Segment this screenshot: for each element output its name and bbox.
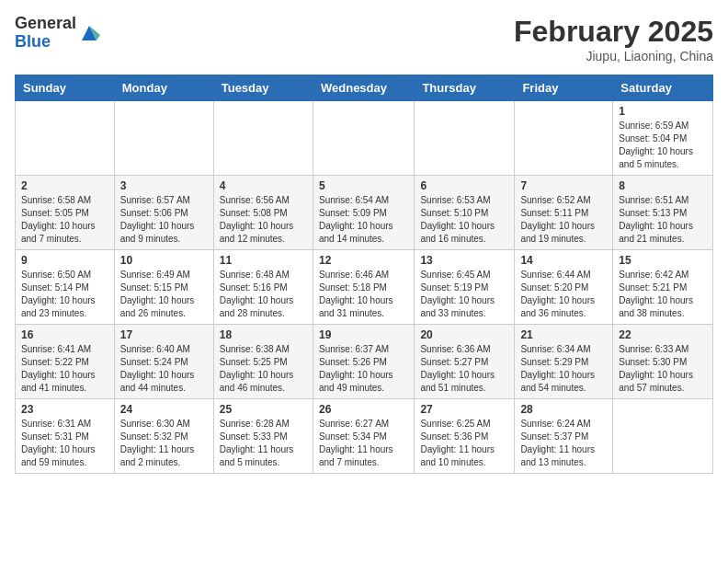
- calendar-cell: 7Sunrise: 6:52 AM Sunset: 5:11 PM Daylig…: [515, 176, 613, 250]
- calendar-cell: 16Sunrise: 6:41 AM Sunset: 5:22 PM Dayli…: [16, 325, 115, 399]
- day-number: 16: [21, 328, 108, 341]
- day-number: 18: [220, 328, 307, 341]
- logo: General Blue: [15, 15, 100, 52]
- calendar-cell: 2Sunrise: 6:58 AM Sunset: 5:05 PM Daylig…: [16, 176, 115, 250]
- calendar-cell: [213, 101, 313, 176]
- calendar-cell: 12Sunrise: 6:46 AM Sunset: 5:18 PM Dayli…: [313, 250, 414, 325]
- calendar-cell: [313, 101, 414, 176]
- day-info: Sunrise: 6:54 AM Sunset: 5:09 PM Dayligh…: [319, 194, 408, 246]
- day-info: Sunrise: 6:56 AM Sunset: 5:08 PM Dayligh…: [220, 194, 307, 246]
- day-number: 9: [21, 254, 108, 267]
- day-info: Sunrise: 6:31 AM Sunset: 5:31 PM Dayligh…: [21, 418, 108, 469]
- day-number: 13: [420, 254, 508, 267]
- calendar-cell: 14Sunrise: 6:44 AM Sunset: 5:20 PM Dayli…: [515, 250, 613, 325]
- day-number: 6: [420, 179, 508, 192]
- calendar-cell: 18Sunrise: 6:38 AM Sunset: 5:25 PM Dayli…: [213, 325, 313, 399]
- day-number: 1: [619, 105, 707, 118]
- day-info: Sunrise: 6:58 AM Sunset: 5:05 PM Dayligh…: [21, 194, 108, 246]
- day-info: Sunrise: 6:50 AM Sunset: 5:14 PM Dayligh…: [21, 269, 108, 320]
- calendar-cell: 13Sunrise: 6:45 AM Sunset: 5:19 PM Dayli…: [415, 250, 515, 325]
- calendar-cell: 10Sunrise: 6:49 AM Sunset: 5:15 PM Dayli…: [114, 250, 213, 325]
- day-number: 2: [21, 179, 108, 192]
- calendar-cell: 24Sunrise: 6:30 AM Sunset: 5:32 PM Dayli…: [114, 399, 213, 474]
- calendar-cell: 21Sunrise: 6:34 AM Sunset: 5:29 PM Dayli…: [515, 325, 613, 399]
- weekday-header-monday: Monday: [114, 75, 213, 101]
- day-info: Sunrise: 6:46 AM Sunset: 5:18 PM Dayligh…: [319, 269, 408, 320]
- day-info: Sunrise: 6:30 AM Sunset: 5:32 PM Dayligh…: [120, 418, 208, 469]
- calendar-cell: 22Sunrise: 6:33 AM Sunset: 5:30 PM Dayli…: [613, 325, 713, 399]
- title-block: February 2025 Jiupu, Liaoning, China: [514, 15, 713, 63]
- day-info: Sunrise: 6:53 AM Sunset: 5:10 PM Dayligh…: [420, 194, 508, 246]
- day-info: Sunrise: 6:59 AM Sunset: 5:04 PM Dayligh…: [619, 120, 707, 171]
- weekday-header-saturday: Saturday: [613, 75, 713, 101]
- calendar-cell: [114, 101, 213, 176]
- day-number: 5: [319, 179, 408, 192]
- calendar-cell: 20Sunrise: 6:36 AM Sunset: 5:27 PM Dayli…: [415, 325, 515, 399]
- weekday-header-sunday: Sunday: [16, 75, 115, 101]
- calendar-cell: 6Sunrise: 6:53 AM Sunset: 5:10 PM Daylig…: [415, 176, 515, 250]
- day-info: Sunrise: 6:37 AM Sunset: 5:26 PM Dayligh…: [319, 343, 408, 395]
- day-info: Sunrise: 6:34 AM Sunset: 5:29 PM Dayligh…: [520, 343, 607, 395]
- calendar-cell: 11Sunrise: 6:48 AM Sunset: 5:16 PM Dayli…: [213, 250, 313, 325]
- day-number: 25: [220, 403, 307, 416]
- day-number: 20: [420, 328, 508, 341]
- calendar-cell: 5Sunrise: 6:54 AM Sunset: 5:09 PM Daylig…: [313, 176, 414, 250]
- calendar-week-row: 16Sunrise: 6:41 AM Sunset: 5:22 PM Dayli…: [16, 325, 713, 399]
- day-number: 4: [220, 179, 307, 192]
- day-info: Sunrise: 6:42 AM Sunset: 5:21 PM Dayligh…: [619, 269, 707, 320]
- month-title: February 2025: [514, 15, 713, 49]
- day-number: 15: [619, 254, 707, 267]
- day-number: 22: [619, 328, 707, 341]
- weekday-header-tuesday: Tuesday: [213, 75, 313, 101]
- day-number: 23: [21, 403, 108, 416]
- page-header: General Blue February 2025 Jiupu, Liaoni…: [15, 15, 713, 63]
- logo-blue-text: Blue: [15, 33, 76, 52]
- day-number: 7: [520, 179, 607, 192]
- day-info: Sunrise: 6:25 AM Sunset: 5:36 PM Dayligh…: [420, 418, 508, 469]
- day-info: Sunrise: 6:41 AM Sunset: 5:22 PM Dayligh…: [21, 343, 108, 395]
- calendar-cell: 27Sunrise: 6:25 AM Sunset: 5:36 PM Dayli…: [415, 399, 515, 474]
- day-number: 8: [619, 179, 707, 192]
- location: Jiupu, Liaoning, China: [514, 49, 713, 63]
- logo-general-text: General: [15, 15, 76, 33]
- weekday-header-thursday: Thursday: [415, 75, 515, 101]
- day-info: Sunrise: 6:24 AM Sunset: 5:37 PM Dayligh…: [520, 418, 607, 469]
- calendar-cell: 8Sunrise: 6:51 AM Sunset: 5:13 PM Daylig…: [613, 176, 713, 250]
- day-info: Sunrise: 6:40 AM Sunset: 5:24 PM Dayligh…: [120, 343, 208, 395]
- calendar-cell: [415, 101, 515, 176]
- calendar-cell: 23Sunrise: 6:31 AM Sunset: 5:31 PM Dayli…: [16, 399, 115, 474]
- day-info: Sunrise: 6:45 AM Sunset: 5:19 PM Dayligh…: [420, 269, 508, 320]
- day-number: 19: [319, 328, 408, 341]
- day-info: Sunrise: 6:49 AM Sunset: 5:15 PM Dayligh…: [120, 269, 208, 320]
- calendar-cell: 15Sunrise: 6:42 AM Sunset: 5:21 PM Dayli…: [613, 250, 713, 325]
- calendar-cell: 28Sunrise: 6:24 AM Sunset: 5:37 PM Dayli…: [515, 399, 613, 474]
- day-info: Sunrise: 6:51 AM Sunset: 5:13 PM Dayligh…: [619, 194, 707, 246]
- day-info: Sunrise: 6:57 AM Sunset: 5:06 PM Dayligh…: [120, 194, 208, 246]
- weekday-header-row: SundayMondayTuesdayWednesdayThursdayFrid…: [16, 75, 713, 101]
- calendar-cell: 4Sunrise: 6:56 AM Sunset: 5:08 PM Daylig…: [213, 176, 313, 250]
- calendar-cell: 9Sunrise: 6:50 AM Sunset: 5:14 PM Daylig…: [16, 250, 115, 325]
- day-number: 14: [520, 254, 607, 267]
- day-number: 24: [120, 403, 208, 416]
- day-number: 12: [319, 254, 408, 267]
- day-info: Sunrise: 6:38 AM Sunset: 5:25 PM Dayligh…: [220, 343, 307, 395]
- weekday-header-friday: Friday: [515, 75, 613, 101]
- calendar-cell: 3Sunrise: 6:57 AM Sunset: 5:06 PM Daylig…: [114, 176, 213, 250]
- day-info: Sunrise: 6:48 AM Sunset: 5:16 PM Dayligh…: [220, 269, 307, 320]
- calendar-cell: 25Sunrise: 6:28 AM Sunset: 5:33 PM Dayli…: [213, 399, 313, 474]
- calendar-week-row: 9Sunrise: 6:50 AM Sunset: 5:14 PM Daylig…: [16, 250, 713, 325]
- day-number: 10: [120, 254, 208, 267]
- calendar-week-row: 1Sunrise: 6:59 AM Sunset: 5:04 PM Daylig…: [16, 101, 713, 176]
- day-number: 17: [120, 328, 208, 341]
- calendar-table: SundayMondayTuesdayWednesdayThursdayFrid…: [15, 75, 713, 474]
- day-number: 27: [420, 403, 508, 416]
- day-info: Sunrise: 6:27 AM Sunset: 5:34 PM Dayligh…: [319, 418, 408, 469]
- calendar-cell: [613, 399, 713, 474]
- calendar-cell: 1Sunrise: 6:59 AM Sunset: 5:04 PM Daylig…: [613, 101, 713, 176]
- logo-icon: [78, 22, 100, 44]
- calendar-cell: 17Sunrise: 6:40 AM Sunset: 5:24 PM Dayli…: [114, 325, 213, 399]
- day-info: Sunrise: 6:33 AM Sunset: 5:30 PM Dayligh…: [619, 343, 707, 395]
- calendar-cell: 26Sunrise: 6:27 AM Sunset: 5:34 PM Dayli…: [313, 399, 414, 474]
- day-number: 26: [319, 403, 408, 416]
- calendar-cell: [515, 101, 613, 176]
